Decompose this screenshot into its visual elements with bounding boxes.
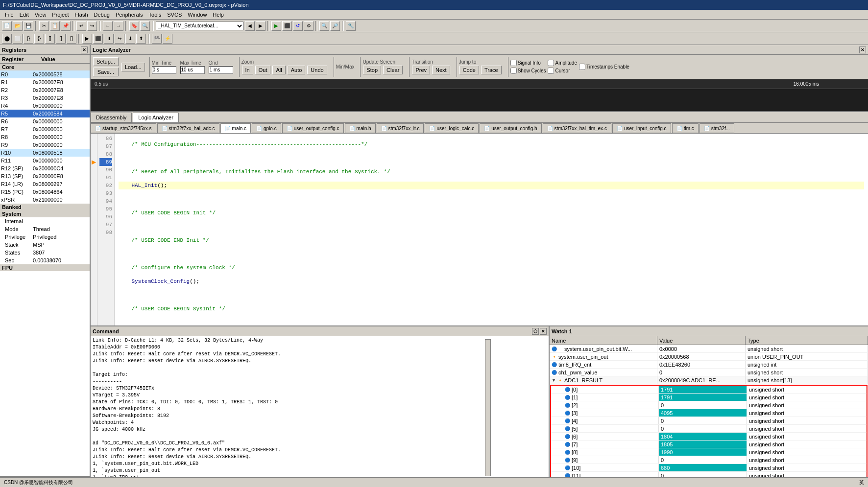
debug-start-btn[interactable]: ▶ <box>271 21 281 31</box>
reg-states[interactable]: States 3807 <box>0 249 90 256</box>
watch-row-adc-0[interactable]: 🔵 [0] 1791 unsigned short <box>551 386 867 394</box>
cut-btn[interactable]: ✂ <box>39 21 49 31</box>
amplitude-check[interactable]: Amplitude <box>548 60 577 66</box>
reg-r8[interactable]: R8 0x00000000 <box>0 133 90 141</box>
watch-row-adc-9[interactable]: 🔵 [9] 0 unsigned short <box>551 456 867 464</box>
expand-icon-adc[interactable]: ▼ <box>552 378 556 383</box>
watch-row-adc-2[interactable]: 🔵 [2] 0 unsigned short <box>551 401 867 409</box>
tab-hal-tim-ex[interactable]: 📄 stm32f7xx_hal_tim_ex.c <box>543 123 611 133</box>
menu-item-debug[interactable]: Debug <box>91 11 113 19</box>
t2-btn2[interactable]: ⬜ <box>13 34 23 44</box>
t2-btn10[interactable]: ⏸ <box>104 34 114 44</box>
copy-btn[interactable]: 📋 <box>50 21 60 31</box>
tab-logic-analyzer[interactable]: Logic Analyzer <box>133 113 179 122</box>
settings-btn[interactable]: 🔧 <box>346 21 356 31</box>
tab-user-logic[interactable]: 📄 user_logic_calc.c <box>425 123 479 133</box>
menu-item-svcs[interactable]: SVCS <box>164 11 185 19</box>
zoom-all-btn[interactable]: All <box>272 66 285 74</box>
code-editor[interactable]: /* MCU Configuration--------------------… <box>115 134 868 325</box>
reg-r1[interactable]: R1 0x200007E8 <box>0 78 90 86</box>
open-btn[interactable]: 📂 <box>13 21 23 31</box>
paste-btn[interactable]: 📌 <box>61 21 71 31</box>
t2-btn15[interactable]: ⚡ <box>163 34 172 44</box>
t2-btn3[interactable]: {} <box>24 34 33 44</box>
search-btn[interactable]: 🔍 <box>140 21 150 31</box>
watch-row-1[interactable]: 🔸 system.user_pin_out 0x20000568 union U… <box>550 353 868 361</box>
t2-btn12[interactable]: ⬇ <box>125 34 135 44</box>
cmd-scrollbar[interactable] <box>485 339 491 476</box>
clear-btn[interactable]: Clear <box>383 66 403 74</box>
cmd-float-btn[interactable]: ⬡ <box>532 328 539 335</box>
reg-xpsr[interactable]: xPSR 0x21000000 <box>0 196 90 204</box>
watch-row-adc-5[interactable]: 🔵 [5] 0 unsigned short <box>551 425 867 433</box>
watch-row-adc-7[interactable]: 🔵 [7] 1805 unsigned short <box>551 441 867 448</box>
reg-r0[interactable]: R0 0x20000528 <box>0 70 90 78</box>
watch-row-adc-3[interactable]: 🔵 [3] 4095 unsigned short <box>551 409 867 417</box>
undo-btn[interactable]: ↩ <box>76 21 86 31</box>
save-btn2[interactable]: Save... <box>93 68 119 76</box>
menu-item-tools[interactable]: Tools <box>146 11 165 19</box>
reg-r6[interactable]: R6 0x00000000 <box>0 117 90 125</box>
t2-btn11[interactable]: ↪ <box>115 34 124 44</box>
reg-r10[interactable]: R10 0x08000518 <box>0 149 90 157</box>
debug-restart-btn[interactable]: ↺ <box>293 21 303 31</box>
zoom-out-btn[interactable]: Out <box>255 66 271 74</box>
t2-btn6[interactable]: [] <box>56 34 66 44</box>
t2-btn14[interactable]: 🏁 <box>152 34 162 44</box>
reg-r2[interactable]: R2 0x200007E8 <box>0 86 90 94</box>
menu-item-edit[interactable]: Edit <box>17 11 32 19</box>
t2-btn8[interactable]: ▶ <box>82 34 92 44</box>
menu-item-project[interactable]: Project <box>49 11 72 19</box>
tab-gpio[interactable]: 📄 gpio.c <box>252 123 281 133</box>
menu-item-view[interactable]: View <box>32 11 49 19</box>
watch-row-adc-4[interactable]: 🔵 [4] 0 unsigned short <box>551 417 867 425</box>
cmd-close-btn[interactable]: ✕ <box>540 328 547 335</box>
t2-btn9[interactable]: ⬛ <box>93 34 103 44</box>
watch-row-adc-6[interactable]: 🔵 [6] 1804 unsigned short <box>551 433 867 441</box>
menu-item-file[interactable]: File <box>2 11 17 19</box>
reg-mode[interactable]: Mode Thread <box>0 225 90 233</box>
reg-r9[interactable]: R9 0x00000000 <box>0 141 90 149</box>
save-btn[interactable]: 💾 <box>24 21 33 31</box>
min-time-input[interactable] <box>152 66 176 74</box>
reg-r15[interactable]: R15 (PC) 0x08004864 <box>0 188 90 196</box>
reg-r11[interactable]: R11 0x00000000 <box>0 157 90 164</box>
tab-hal-adc[interactable]: 📄 stm32f7xx_hal_adc.c <box>157 123 219 133</box>
tab-startup[interactable]: 📄 startup_stm32f745xx.s <box>91 123 156 133</box>
reg-r14[interactable]: R14 (LR) 0x08000297 <box>0 180 90 188</box>
zoom-out-btn[interactable]: 🔎 <box>330 21 340 31</box>
reg-r12[interactable]: R12 (SP) 0x200000C4 <box>0 164 90 172</box>
menu-item-flash[interactable]: Flash <box>72 11 91 19</box>
t2-btn1[interactable]: ⬤ <box>2 34 12 44</box>
tab-user-output[interactable]: 📄 user_output_config.c <box>282 123 344 133</box>
tab-tim-c[interactable]: 📄 tim.c <box>672 123 699 133</box>
stop-btn[interactable]: Stop <box>363 66 381 74</box>
show-cycles-check[interactable]: Show Cycles <box>510 68 546 74</box>
max-time-input[interactable] <box>180 66 205 74</box>
load-btn[interactable]: Load... <box>121 63 145 71</box>
tab-main-c[interactable]: 📄 main.c <box>220 123 251 133</box>
signal-info-check[interactable]: Signal Info <box>510 60 546 66</box>
reg-r7[interactable]: R7 0x00000000 <box>0 125 90 133</box>
setup-btn[interactable]: Setup... <box>93 57 119 66</box>
t2-btn13[interactable]: ⬆ <box>136 34 146 44</box>
t2-btn7[interactable]: [] <box>67 34 76 44</box>
timestamps-check[interactable]: Timestamps Enable <box>579 64 629 70</box>
new-btn[interactable]: 📄 <box>2 21 12 31</box>
left-panel-close[interactable]: ✕ <box>81 46 88 53</box>
next-location-btn[interactable]: ▶ <box>256 21 265 31</box>
bookmark-btn[interactable]: 🔖 <box>129 21 139 31</box>
la-close-btn[interactable]: ✕ <box>859 46 866 53</box>
nav-fwd-btn[interactable]: → <box>114 21 123 31</box>
watch-row-0[interactable]: 🔵 system.user_pin_out.bit.W... 0x0000 un… <box>550 345 868 353</box>
reg-internal[interactable]: Internal <box>0 217 90 225</box>
grid-input[interactable] <box>209 66 233 74</box>
next-btn[interactable]: Next <box>432 66 450 74</box>
zoom-in-btn[interactable]: 🔍 <box>319 21 329 31</box>
watch-row-adc-1[interactable]: 🔵 [1] 1791 unsigned short <box>551 394 867 401</box>
watch-row-2[interactable]: 🔵 tim8_IRQ_cnt 0x1EE48260 unsigned int <box>550 361 868 369</box>
trace-btn[interactable]: Trace <box>481 66 502 74</box>
redo-btn[interactable]: ↪ <box>87 21 97 31</box>
cursor-check[interactable]: Cursor <box>548 68 577 74</box>
tab-stm32-it[interactable]: 📄 stm32f7xx_it.c <box>377 123 424 133</box>
